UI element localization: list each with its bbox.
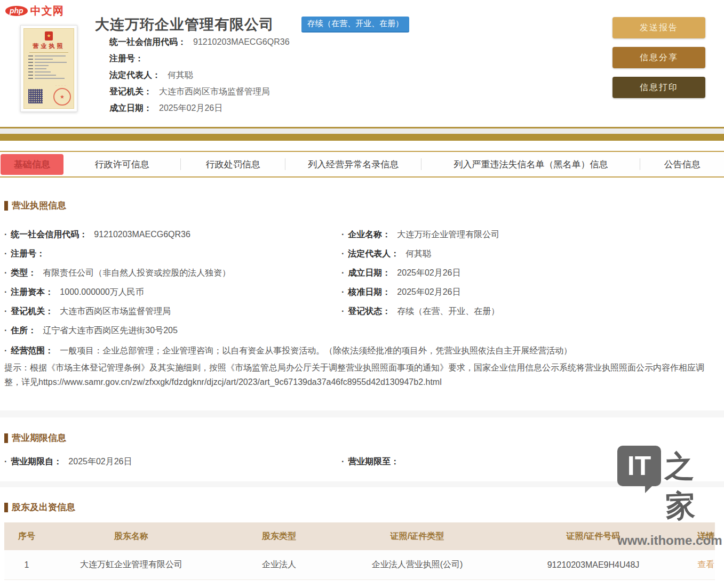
ithome-url-text: www.ithome.com — [617, 533, 724, 548]
tab-admin-license-info[interactable]: 行政许可信息 — [63, 158, 180, 171]
divider-band — [0, 134, 724, 141]
license-stamp-label: · · · · — [55, 84, 66, 87]
section-title-text: 股东及出资信息 — [12, 501, 75, 513]
cell-shareholder-name: 大连万虹企业管理有限公司 — [49, 559, 213, 570]
license-paper: ★ 营业执照 · · · · ★ — [23, 28, 74, 109]
field-value: 存续（在营、开业、在册） — [397, 307, 499, 316]
field-label: 登记机关： — [109, 87, 152, 96]
cell-seq: 1 — [4, 560, 49, 570]
license-divider — [29, 52, 68, 53]
tab-admin-penalty-info[interactable]: 行政处罚信息 — [181, 158, 285, 171]
cell-cert-no: 91210203MAE9H4U48J — [490, 560, 697, 570]
field-approval-date: 核准日期：2025年02月26日 — [341, 287, 715, 297]
license-text-line — [28, 65, 69, 66]
field-label: 统一社会信用代码： — [11, 230, 87, 239]
qr-code-icon — [28, 89, 43, 103]
license-text-line — [28, 59, 69, 60]
tab-blacklist-info[interactable]: 列入严重违法失信名单（黑名单）信息 — [421, 158, 640, 171]
field-credit-code: 统一社会信用代码：91210203MAECG6QR36 — [4, 229, 339, 240]
section-separator — [0, 481, 724, 487]
business-license-thumbnail: ★ 营业执照 · · · · ★ — [20, 25, 77, 112]
field-label: 类型： — [11, 268, 36, 277]
business-scope-row: 经营范围：一般项目：企业总部管理；企业管理咨询；以自有资金从事投资活动。（除依法… — [4, 345, 715, 356]
field-address: 住所：辽宁省大连市西岗区先进街30号205 — [4, 325, 339, 336]
field-value: 大连市西岗区市场监督管理局 — [159, 87, 270, 96]
field-label: 登记机关： — [11, 307, 53, 316]
section-marker-icon — [4, 433, 8, 443]
field-label: 法定代表人： — [348, 249, 399, 258]
field-company-type: 类型：有限责任公司（非自然人投资或控股的法人独资） — [4, 268, 339, 278]
field-value: 辽宁省大连市西岗区先进街30号205 — [43, 326, 178, 335]
field-label: 核准日期： — [348, 287, 391, 296]
header-field-reg-authority: 登记机关：大连市西岗区市场监督管理局 — [109, 86, 290, 97]
field-label: 注册号： — [11, 249, 45, 258]
action-buttons: 发送报告 信息分享 信息打印 — [612, 17, 705, 107]
license-info-left-column: 统一社会信用代码：91210203MAECG6QR36 注册号： 类型：有限责任… — [4, 229, 339, 344]
header-field-credit-code: 统一社会信用代码：91210203MAECG6QR36 — [109, 37, 290, 47]
field-value: 91210203MAECG6QR36 — [94, 230, 190, 239]
field-label: 登记状态： — [348, 307, 391, 316]
print-info-button[interactable]: 信息打印 — [612, 77, 705, 98]
ithome-watermark: IT 之家 www.ithome.com — [617, 446, 724, 548]
tab-abnormal-list-info[interactable]: 列入经营异常名录信息 — [285, 158, 421, 171]
status-badge: 存续（在营、开业、在册） — [301, 17, 409, 33]
tab-basic-info[interactable]: 基础信息 — [1, 154, 63, 175]
field-value: 何其聪 — [405, 249, 431, 258]
section-title: 营业执照信息 — [4, 199, 715, 212]
shareholders-table: 序号 股东名称 股东类型 证照/证件类型 证照/证件号码 详情 1 大连万虹企业… — [4, 522, 715, 580]
section-title: 股东及出资信息 — [4, 501, 715, 513]
term-from-column: 营业期限自：2025年02月26日 — [4, 456, 339, 476]
field-label: 统一社会信用代码： — [109, 37, 186, 46]
field-term-from: 营业期限自：2025年02月26日 — [4, 456, 339, 467]
field-label: 注册资本： — [11, 287, 53, 296]
header-field-legal-rep: 法定代表人：何其聪 — [109, 70, 290, 80]
field-label: 成立日期： — [109, 103, 152, 112]
field-registered-capital: 注册资本：1000.000000万人民币 — [4, 287, 339, 297]
ithome-it-icon: IT — [617, 446, 661, 486]
ithome-logo: IT 之家 — [617, 446, 724, 525]
license-notice-text: 提示：根据《市场主体登记管理条例》及其实施细则，按照《市场监管总局办公厅关于调整… — [4, 360, 714, 389]
view-detail-link[interactable]: 查看 — [697, 559, 715, 570]
divider-gap — [0, 128, 724, 134]
send-report-button[interactable]: 发送报告 — [612, 17, 705, 38]
col-header-shareholder-type: 股东类型 — [213, 531, 345, 542]
field-label: 经营范围： — [11, 346, 53, 355]
field-reg-no: 注册号： — [4, 248, 339, 259]
field-value: 2025年02月26日 — [159, 103, 222, 112]
site-logo-text: 中文网 — [30, 4, 64, 18]
red-seal-icon: ★ — [53, 88, 71, 106]
header-field-reg-no: 注册号： — [109, 53, 290, 64]
field-value: 91210203MAECG6QR36 — [193, 37, 290, 46]
national-emblem-icon: ★ — [45, 31, 53, 41]
field-value: 大连万珩企业管理有限公司 — [397, 230, 499, 239]
section-license-info: 营业执照信息 统一社会信用代码：91210203MAECG6QR36 注册号： … — [4, 199, 715, 212]
field-reg-authority: 登记机关：大连市西岗区市场监督管理局 — [4, 306, 339, 317]
ithome-zhijia-text: 之家 — [664, 445, 724, 526]
col-header-shareholder-name: 股东名称 — [49, 531, 213, 542]
field-label: 法定代表人： — [109, 70, 161, 79]
tab-announcement-info[interactable]: 公告信息 — [640, 158, 724, 171]
section-term-info: 营业期限信息 营业期限自：2025年02月26日 营业期限至： — [4, 432, 715, 444]
share-info-button[interactable]: 信息分享 — [612, 47, 705, 68]
field-value: 一般项目：企业总部管理；企业管理咨询；以自有资金从事投资活动。（除依法须经批准的… — [60, 346, 572, 355]
field-label: 营业期限至： — [348, 457, 399, 466]
section-title-text: 营业执照信息 — [12, 199, 66, 212]
section-marker-icon — [4, 201, 8, 211]
col-header-seq: 序号 — [4, 531, 49, 542]
site-logo[interactable]: php 中文网 — [5, 4, 64, 18]
table-row: 1 大连万虹企业管理有限公司 企业法人 企业法人营业执照(公司) 9121020… — [4, 550, 715, 580]
section-title-text: 营业期限信息 — [12, 432, 66, 444]
field-value: 2025年02月26日 — [397, 287, 460, 296]
field-label: 营业期限自： — [11, 457, 62, 466]
php-logo-icon: php — [5, 6, 28, 16]
field-reg-status: 登记状态：存续（在营、开业、在册） — [341, 306, 715, 317]
license-text-line — [28, 62, 69, 63]
table-header-row: 序号 股东名称 股东类型 证照/证件类型 证照/证件号码 详情 — [4, 522, 715, 550]
header-fields: 统一社会信用代码：91210203MAECG6QR36 注册号： 法定代表人：何… — [109, 37, 290, 119]
field-value: 大连市西岗区市场监督管理局 — [60, 307, 171, 316]
field-label: 成立日期： — [348, 268, 391, 277]
section-shareholders: 股东及出资信息 序号 股东名称 股东类型 证照/证件类型 证照/证件号码 详情 … — [4, 501, 715, 513]
field-value: 2025年02月26日 — [397, 268, 460, 277]
cell-shareholder-type: 企业法人 — [213, 559, 345, 570]
field-value: 1000.000000万人民币 — [60, 287, 144, 296]
